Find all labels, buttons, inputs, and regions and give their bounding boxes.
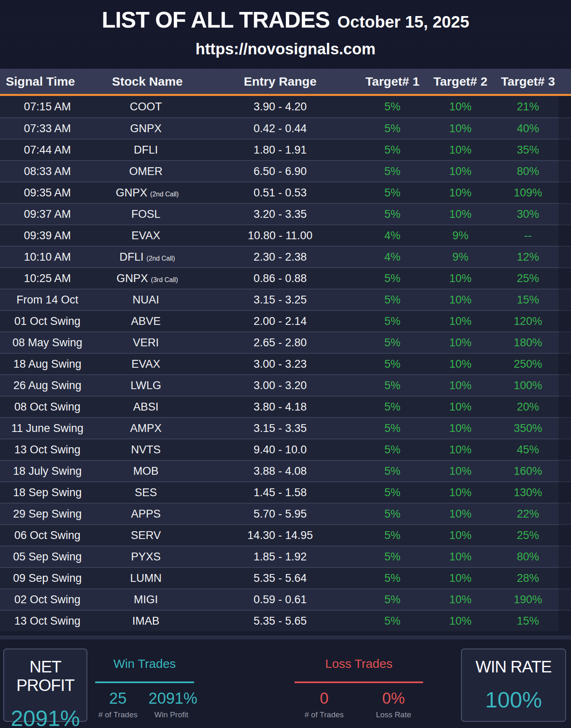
stock-symbol: MIGI (134, 593, 158, 606)
entry-range: 2.65 - 2.80 (200, 336, 360, 349)
signal-time: 10:25 AM (0, 272, 95, 285)
target-2: 10% (424, 208, 496, 221)
target-2: 9% (424, 229, 496, 242)
entry-range: 3.90 - 4.20 (200, 100, 360, 113)
stock-symbol: VERI (133, 336, 159, 349)
signal-time: 09 Sep Swing (0, 572, 95, 585)
target-1: 5% (360, 422, 424, 435)
stock-name: SERV (95, 529, 200, 542)
table-row: 05 Sep Swing PYXS 1.85 - 1.92 5% 10% 80% (0, 546, 571, 567)
target-3: 22% (496, 508, 559, 520)
table-row: 08:33 AM OMER 6.50 - 6.90 5% 10% 80% (0, 160, 571, 182)
stock-symbol: EVAX (131, 358, 160, 370)
site-url-link[interactable]: https://novosignals.com (0, 40, 571, 58)
table-row: 01 Oct Swing ABVE 2.00 - 2.14 5% 10% 120… (0, 310, 571, 331)
table-row: 06 Oct Swing SERV 14.30 - 14.95 5% 10% 2… (0, 524, 571, 546)
signal-time: 10:10 AM (0, 251, 95, 264)
table-row: 18 July Swing MOB 3.88 - 4.08 5% 10% 160… (0, 460, 571, 481)
entry-range: 3.00 - 3.20 (200, 379, 360, 392)
entry-range: 1.45 - 1.58 (200, 486, 360, 499)
target-2: 9% (424, 251, 496, 264)
target-1: 5% (360, 122, 424, 135)
stock-symbol: LUMN (130, 572, 162, 584)
win-trades-title: Win Trades (95, 657, 194, 671)
table-row: 13 Oct Swing IMAB 5.35 - 5.65 5% 10% 15% (0, 610, 571, 631)
stock-symbol: MOB (133, 465, 159, 477)
stock-name: GNPX (95, 122, 200, 135)
target-1: 5% (360, 315, 424, 328)
target-3: 130% (496, 486, 559, 499)
target-3: 28% (496, 572, 559, 585)
signal-time: 09:39 AM (0, 229, 95, 242)
target-1: 5% (360, 465, 424, 478)
stock-name: VERI (95, 336, 200, 349)
target-3: 15% (496, 294, 559, 306)
table-row: 08 May Swing VERI 2.65 - 2.80 5% 10% 180… (0, 331, 571, 353)
stock-symbol: NUAI (133, 294, 159, 306)
loss-rate-label: Loss Rate (364, 710, 423, 719)
signal-time: 07:44 AM (0, 144, 95, 156)
table-end-strip (0, 635, 571, 639)
stock-name: NVTS (95, 443, 200, 456)
target-3: -- (496, 229, 559, 242)
target-3: 80% (496, 165, 559, 178)
stock-name: AMPX (95, 422, 200, 435)
target-2: 10% (424, 422, 496, 435)
target-2: 10% (424, 551, 496, 563)
stock-name: SES (95, 486, 200, 499)
target-2: 10% (424, 358, 496, 371)
stock-note: (2nd Call) (150, 191, 179, 198)
table-row: 29 Sep Swing APPS 5.70 - 5.95 5% 10% 22% (0, 503, 571, 524)
entry-range: 9.40 - 10.0 (200, 443, 360, 456)
target-2: 10% (424, 401, 496, 413)
table-row: From 14 Oct NUAI 3.15 - 3.25 5% 10% 15% (0, 289, 571, 310)
signal-time: 13 Oct Swing (0, 615, 95, 628)
signal-time: 07:15 AM (0, 100, 95, 113)
target-1: 5% (360, 208, 424, 221)
signal-time: 06 Oct Swing (0, 529, 95, 542)
stock-note: (2nd Call) (147, 255, 175, 262)
target-1: 5% (360, 187, 424, 199)
target-2: 10% (424, 100, 496, 113)
win-rate-box: WIN RATE 100% (461, 649, 566, 722)
report-date: October 15, 2025 (337, 13, 469, 31)
stock-name: MOB (95, 465, 200, 478)
entry-range: 3.00 - 3.23 (200, 358, 360, 371)
entry-range: 10.80 - 11.00 (200, 229, 360, 242)
target-3: 12% (496, 251, 559, 264)
entry-range: 2.00 - 2.14 (200, 315, 360, 328)
entry-range: 5.35 - 5.65 (200, 615, 360, 628)
stock-name: ABSI (95, 401, 200, 413)
signal-time: 18 Sep Swing (0, 486, 95, 499)
target-1: 5% (360, 508, 424, 520)
win-trades-count-label: # of Trades (95, 710, 140, 719)
target-3: 350% (496, 422, 559, 435)
column-header-stock-name: Stock Name (95, 75, 200, 89)
table-row: 07:44 AM DFLI 1.80 - 1.91 5% 10% 35% (0, 139, 571, 160)
stock-note: (3rd Call) (151, 276, 178, 283)
loss-rate-stat: 0% Loss Rate (364, 690, 423, 719)
entry-range: 0.86 - 0.88 (200, 272, 360, 285)
stock-symbol: PYXS (131, 551, 161, 563)
signal-time: 09:37 AM (0, 208, 95, 221)
entry-range: 6.50 - 6.90 (200, 165, 360, 178)
target-2: 10% (424, 187, 496, 199)
stock-symbol: ABVE (131, 315, 161, 327)
target-1: 5% (360, 443, 424, 456)
stock-symbol: NVTS (131, 443, 161, 456)
page-title: LIST OF ALL TRADES (102, 7, 330, 33)
trades-table-body: 07:15 AM COOT 3.90 - 4.20 5% 10% 21% 07:… (0, 96, 571, 631)
target-3: 250% (496, 358, 559, 371)
entry-range: 3.88 - 4.08 (200, 465, 360, 478)
stock-symbol: COOT (130, 100, 162, 113)
target-2: 10% (424, 315, 496, 328)
stock-name: DFLI(2nd Call) (95, 251, 200, 264)
signal-time: 11 June Swing (0, 422, 95, 435)
target-1: 5% (360, 551, 424, 563)
signal-time: 02 Oct Swing (0, 593, 95, 606)
loss-trades-count: 0 (295, 690, 354, 707)
entry-range: 0.42 - 0.44 (200, 122, 360, 135)
target-3: 25% (496, 529, 559, 542)
target-2: 10% (424, 615, 496, 628)
target-1: 5% (360, 144, 424, 156)
